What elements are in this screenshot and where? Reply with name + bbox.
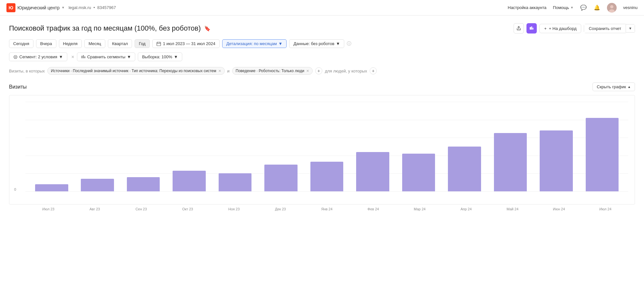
title-left: Поисковой трафик за год по месяцам (100%… bbox=[9, 24, 211, 33]
segment-row: Сегмент: 2 условия ▼ ✕ Сравнить сегменты… bbox=[9, 53, 635, 61]
header-right: Настройка аккаунта Помощь ▼ 💬 🔔 vesninu bbox=[508, 3, 638, 13]
chart-header: Визиты Скрыть график ▲ bbox=[9, 82, 635, 91]
site-info: legal.msk.ru • 83457967 bbox=[69, 5, 116, 10]
compare-button[interactable] bbox=[526, 23, 537, 33]
share-button[interactable] bbox=[514, 23, 524, 33]
bar-10[interactable] bbox=[494, 133, 527, 191]
bar-group-6 bbox=[304, 102, 350, 191]
chart-container: 0 bbox=[9, 95, 635, 205]
add-icon: + bbox=[544, 26, 547, 31]
save-report-dropdown[interactable]: ▼ bbox=[626, 24, 635, 33]
date-range-label: 1 июл 2023 — 31 июл 2024 bbox=[163, 41, 215, 46]
bar-group-12 bbox=[579, 102, 625, 191]
settings-nav[interactable]: Настройка аккаунта bbox=[508, 5, 546, 10]
segment-icon bbox=[13, 55, 18, 59]
x-label-1: Авг 23 bbox=[71, 207, 118, 211]
bell-icon[interactable]: 🔔 bbox=[593, 4, 601, 11]
bookmark-icon[interactable]: 🔖 bbox=[204, 25, 211, 32]
today-button[interactable]: Сегодня bbox=[9, 39, 33, 48]
robots-label: Данные: без роботов bbox=[293, 41, 334, 46]
title-actions: + + На дашборд Сохранить отчет ▼ bbox=[514, 23, 635, 33]
segment-button[interactable]: Сегмент: 2 условия ▼ bbox=[9, 53, 67, 61]
bar-group-11 bbox=[533, 102, 579, 191]
y-axis-zero-label: 0 bbox=[14, 187, 16, 191]
segment-label: Сегмент: 2 условия bbox=[19, 54, 57, 59]
username-label: vesninu bbox=[623, 5, 638, 10]
bar-group-3 bbox=[166, 102, 212, 191]
segment-close-icon[interactable]: ✕ bbox=[71, 55, 74, 59]
week-button[interactable]: Неделя bbox=[59, 39, 82, 48]
bar-group-9 bbox=[441, 102, 487, 191]
bar-4[interactable] bbox=[219, 173, 252, 191]
hide-chart-label: Скрыть график bbox=[597, 84, 626, 89]
chart-section: Визиты Скрыть график ▲ 0 bbox=[9, 82, 635, 211]
bar-8[interactable] bbox=[402, 154, 435, 191]
add-dashboard-button[interactable]: + + На дашборд bbox=[539, 24, 581, 33]
svg-rect-6 bbox=[157, 42, 161, 46]
bar-2[interactable] bbox=[127, 177, 160, 191]
date-filter-row: Сегодня Вчера Неделя Месяц Квартал Год 1… bbox=[9, 39, 635, 48]
x-axis-labels: Июл 23Авг 23Сен 23Окт 23Ноя 23Дек 23Янв … bbox=[9, 207, 635, 211]
bar-7[interactable] bbox=[356, 152, 389, 191]
year-button[interactable]: Год bbox=[135, 39, 150, 48]
sample-label: Выборка: 100% bbox=[142, 54, 172, 59]
svg-rect-4 bbox=[532, 28, 534, 30]
chat-icon[interactable]: 💬 bbox=[580, 4, 587, 11]
detail-label: Детализация: по месяцам bbox=[226, 41, 277, 46]
svg-rect-13 bbox=[83, 55, 84, 58]
help-nav[interactable]: Помощь ▼ bbox=[553, 5, 573, 10]
svg-point-11 bbox=[15, 56, 16, 58]
yesterday-button[interactable]: Вчера bbox=[36, 39, 56, 48]
company-selector[interactable]: Ю Юридический центр ▼ bbox=[6, 3, 65, 12]
condition-tag-1-text: Источники · Последний значимый источник … bbox=[51, 69, 216, 73]
header-left: Ю Юридический центр ▼ legal.msk.ru • 834… bbox=[6, 3, 116, 12]
condition-tag-2-text: Поведение · Роботность: Только люди bbox=[236, 69, 304, 73]
bar-3[interactable] bbox=[173, 171, 206, 191]
date-range-button[interactable]: 1 июл 2023 — 31 июл 2024 bbox=[152, 39, 220, 48]
bar-1[interactable] bbox=[81, 179, 114, 191]
x-label-4: Ноя 23 bbox=[211, 207, 257, 211]
save-report-button[interactable]: Сохранить отчет bbox=[584, 24, 626, 33]
sample-chevron-icon: ▼ bbox=[174, 54, 178, 59]
bar-group-4 bbox=[212, 102, 258, 191]
sample-button[interactable]: Выборка: 100% ▼ bbox=[138, 53, 182, 61]
avatar-image bbox=[607, 3, 617, 13]
month-button[interactable]: Месяц bbox=[84, 39, 105, 48]
bar-group-7 bbox=[350, 102, 395, 191]
detail-button[interactable]: Детализация: по месяцам ▼ bbox=[222, 39, 287, 48]
svg-rect-3 bbox=[530, 27, 531, 30]
add-people-condition-button[interactable]: + bbox=[370, 67, 377, 74]
add-condition-button[interactable]: + bbox=[315, 67, 322, 74]
x-label-3: Окт 23 bbox=[164, 207, 211, 211]
bar-11[interactable] bbox=[540, 130, 573, 191]
compare-icon bbox=[529, 26, 534, 31]
bar-12[interactable] bbox=[586, 118, 619, 191]
condition-tag-2: Поведение · Роботность: Только люди ✕ bbox=[232, 67, 313, 75]
bar-group-2 bbox=[120, 102, 166, 191]
save-report-group: Сохранить отчет ▼ bbox=[584, 24, 635, 33]
conditions-prefix: Визиты, в которых bbox=[9, 69, 45, 73]
bar-9[interactable] bbox=[448, 147, 481, 191]
svg-rect-12 bbox=[81, 56, 82, 58]
x-label-6: Янв 24 bbox=[304, 207, 350, 211]
data-robots-button[interactable]: Данные: без роботов ▼ bbox=[289, 39, 344, 48]
condition-tag-1-close-icon[interactable]: ✕ bbox=[218, 69, 221, 73]
info-icon[interactable]: ⓘ bbox=[347, 41, 351, 47]
condition-tag-1: Источники · Последний значимый источник … bbox=[47, 67, 224, 75]
bar-5[interactable] bbox=[264, 165, 298, 191]
and-label: и bbox=[227, 69, 230, 73]
calendar-icon bbox=[156, 42, 161, 46]
x-label-0: Июл 23 bbox=[25, 207, 71, 211]
hide-chart-button[interactable]: Скрыть график ▲ bbox=[592, 82, 635, 91]
condition-tag-2-close-icon[interactable]: ✕ bbox=[306, 69, 309, 73]
quarter-button[interactable]: Квартал bbox=[108, 39, 132, 48]
title-row: Поисковой трафик за год по месяцам (100%… bbox=[9, 23, 635, 33]
avatar[interactable] bbox=[607, 3, 617, 13]
for-people-label: для людей, у которых bbox=[325, 69, 367, 73]
compare-segments-button[interactable]: Сравнить сегменты ▼ bbox=[77, 53, 136, 61]
detail-chevron-icon: ▼ bbox=[279, 41, 283, 46]
segment-chevron-icon: ▼ bbox=[59, 54, 63, 59]
bar-6[interactable] bbox=[310, 162, 344, 191]
compare-segs-chevron-icon: ▼ bbox=[127, 54, 131, 59]
bar-0[interactable] bbox=[35, 184, 68, 191]
